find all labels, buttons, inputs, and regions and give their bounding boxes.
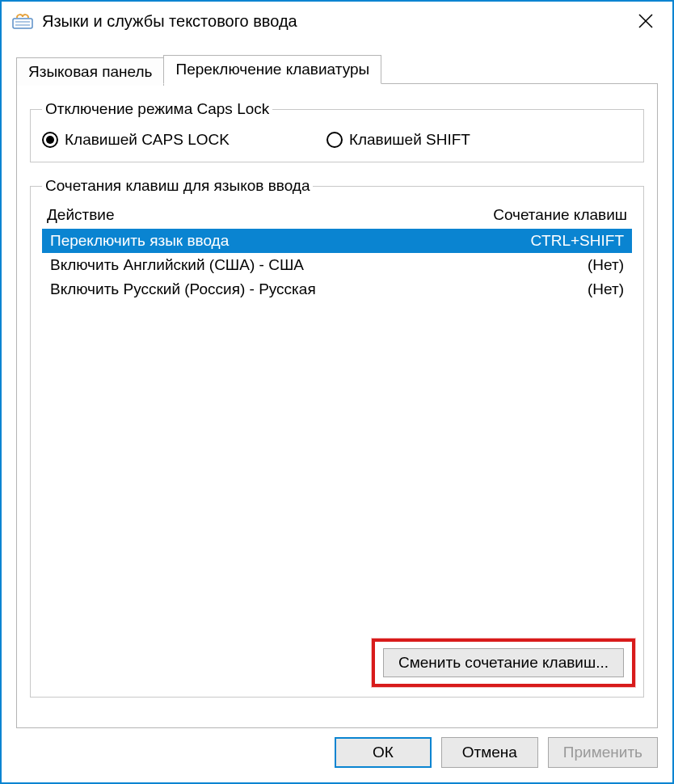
radio-icon (326, 132, 343, 148)
hotkey-action: Включить Русский (Россия) - Русская (50, 280, 316, 298)
capslock-legend: Отключение режима Caps Lock (42, 100, 272, 118)
hotkey-action: Включить Английский (США) - США (50, 256, 304, 274)
hotkey-combo: (Нет) (588, 280, 624, 298)
hotkey-action: Переключить язык ввода (50, 232, 229, 250)
ok-button[interactable]: ОК (335, 737, 432, 768)
hotkey-row[interactable]: Включить Английский (США) - США(Нет) (42, 253, 632, 277)
dialog-footer: ОК Отмена Применить (335, 737, 658, 768)
tab-strip: Языковая панель Переключение клавиатуры (16, 55, 658, 84)
highlight-annotation: Сменить сочетание клавиш... (372, 639, 635, 687)
hotkeys-group: Сочетания клавиш для языков ввода Действ… (30, 177, 644, 698)
radio-icon (42, 132, 58, 148)
radio-label: Клавишей CAPS LOCK (65, 131, 230, 149)
close-button[interactable] (627, 5, 664, 37)
column-combo: Сочетание клавиш (493, 206, 627, 224)
tab-panel: Отключение режима Caps Lock Клавишей CAP… (16, 83, 658, 728)
apply-button[interactable]: Применить (548, 737, 658, 768)
radio-capslock-key[interactable]: Клавишей CAPS LOCK (42, 131, 230, 149)
radio-label: Клавишей SHIFT (349, 131, 470, 149)
tab-keyboard-switch[interactable]: Переключение клавиатуры (163, 55, 381, 84)
client-area: Языковая панель Переключение клавиатуры … (2, 40, 672, 728)
hotkeys-legend: Сочетания клавиш для языков ввода (42, 177, 313, 195)
hotkeys-list[interactable]: Переключить язык вводаCTRL+SHIFTВключить… (42, 229, 632, 625)
close-icon (638, 14, 653, 28)
tab-language-bar[interactable]: Языковая панель (16, 57, 164, 86)
column-action: Действие (47, 206, 115, 224)
titlebar: Языки и службы текстового ввода (2, 2, 672, 40)
hotkey-combo: (Нет) (588, 256, 624, 274)
window-title: Языки и службы текстового ввода (42, 12, 627, 31)
hotkey-row[interactable]: Включить Русский (Россия) - Русская(Нет) (42, 277, 632, 301)
svg-rect-0 (13, 19, 32, 28)
keyboard-layout-icon (11, 10, 34, 32)
change-hotkey-button[interactable]: Сменить сочетание клавиш... (383, 648, 624, 677)
hotkey-row[interactable]: Переключить язык вводаCTRL+SHIFT (42, 229, 632, 253)
capslock-group: Отключение режима Caps Lock Клавишей CAP… (30, 100, 644, 162)
hotkeys-header: Действие Сочетание клавиш (42, 203, 632, 229)
tab-label: Переключение клавиатуры (175, 61, 369, 78)
tab-label: Языковая панель (28, 63, 152, 80)
cancel-button[interactable]: Отмена (441, 737, 538, 768)
radio-shift-key[interactable]: Клавишей SHIFT (326, 131, 470, 149)
dialog-window: Языки и службы текстового ввода Языковая… (0, 0, 674, 784)
hotkey-combo: CTRL+SHIFT (530, 232, 624, 250)
